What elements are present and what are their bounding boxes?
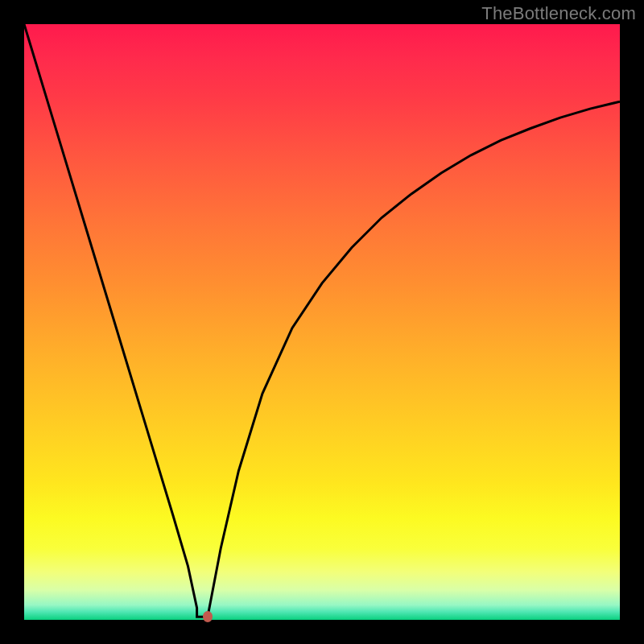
plot-area <box>24 24 620 620</box>
optimal-point-marker <box>203 611 213 622</box>
chart-frame: TheBottleneck.com <box>0 0 644 644</box>
bottleneck-curve <box>24 24 620 617</box>
watermark-text: TheBottleneck.com <box>481 3 636 24</box>
curve-svg <box>24 24 620 620</box>
